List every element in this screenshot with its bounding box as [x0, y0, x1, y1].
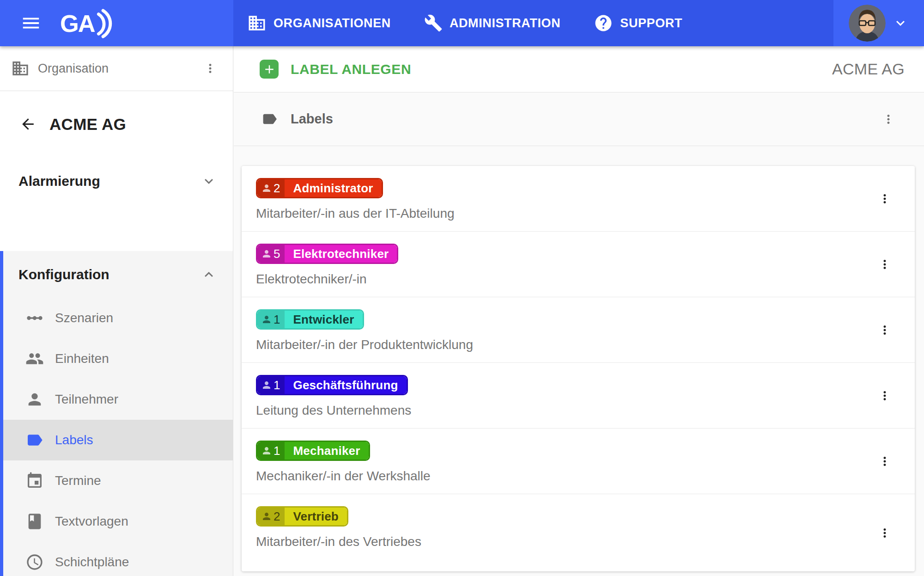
label-row: 1 Entwickler Mitarbeiter/-in der Produkt…	[242, 297, 915, 363]
label-description: Mitarbeiter/-in aus der IT-Abteilung	[256, 206, 855, 221]
label-member-count: 2	[257, 508, 285, 525]
create-label-button[interactable]: LABEL ANLEGEN	[260, 60, 411, 79]
label-member-count: 5	[257, 245, 285, 263]
label-description: Mechaniker/-in der Werkshalle	[256, 469, 855, 484]
plus-icon	[260, 60, 279, 79]
chevron-down-icon	[892, 15, 909, 31]
sidebar-item-termine[interactable]: Termine	[3, 460, 233, 501]
back-button[interactable]	[19, 116, 36, 133]
groupalarm-logo: GA	[59, 8, 118, 38]
arrow-back-icon	[19, 116, 36, 133]
sidebar-kebab-button[interactable]	[203, 61, 217, 75]
account-menu[interactable]	[833, 0, 924, 46]
building-icon	[247, 13, 267, 33]
label-member-count: 2	[257, 179, 285, 197]
person-icon	[261, 314, 272, 325]
person-icon	[261, 445, 272, 456]
nav-organisationen[interactable]: ORGANISATIONEN	[247, 13, 391, 33]
nav-label: SUPPORT	[620, 16, 682, 31]
topbar: GA ORGANISATIONEN ADMINISTRATION	[0, 0, 924, 46]
sidebar-item-label: Textvorlagen	[55, 514, 128, 529]
label-description: Elektrotechniker/-in	[256, 272, 855, 287]
help-icon	[594, 13, 613, 33]
sidebar-group-alarmierung[interactable]: Alarmierung	[0, 157, 233, 205]
label-chip: 2 Vertrieb	[256, 506, 348, 527]
sidebar-item-label: Einheiten	[55, 351, 109, 366]
chevron-down-icon	[201, 173, 217, 190]
template-icon	[25, 512, 44, 531]
label-row-kebab-button[interactable]	[878, 526, 892, 540]
label-row: 2 Administrator Mitarbeiter/-in aus der …	[242, 166, 915, 232]
context-label: Organisation	[38, 61, 195, 76]
sidebar-item-einheiten[interactable]: Einheiten	[3, 338, 233, 379]
topbar-nav: ORGANISATIONEN ADMINISTRATION SUPPORT	[233, 0, 833, 46]
label-icon	[261, 110, 278, 128]
app-window: GA ORGANISATIONEN ADMINISTRATION	[0, 0, 924, 576]
label-name: Mechaniker	[285, 442, 368, 460]
main-content: LABEL ANLEGEN ACME AG Labels	[234, 46, 924, 576]
page-org-title: ACME AG	[832, 60, 905, 78]
label-description: Mitarbeiter/-in der Produktentwicklung	[256, 337, 855, 352]
label-row-kebab-button[interactable]	[878, 323, 892, 337]
sidebar-item-label: Teilnehmer	[55, 392, 118, 407]
label-chip: 5 Elektrotechniker	[256, 244, 398, 264]
topbar-brand-area: GA	[0, 0, 233, 46]
sidebar-item-teilnehmer[interactable]: Teilnehmer	[3, 379, 233, 420]
kebab-icon	[203, 61, 217, 75]
label-chip: 1 Mechaniker	[256, 441, 370, 461]
kebab-icon	[878, 323, 892, 337]
sidebar-item-textvorlagen[interactable]: Textvorlagen	[3, 501, 233, 542]
sidebar-item-szenarien[interactable]: Szenarien	[3, 298, 233, 338]
units-icon	[25, 349, 44, 368]
person-icon	[261, 511, 272, 522]
label-chip: 1 Geschäftsführung	[256, 375, 408, 395]
labels-kebab-button[interactable]	[881, 112, 895, 126]
sidebar-item-schichtpl-ne[interactable]: Schichtpläne	[3, 542, 233, 576]
label-name: Vertrieb	[285, 508, 346, 525]
label-chip: 2 Administrator	[256, 178, 383, 198]
sidebar-item-label: Labels	[55, 433, 93, 447]
hamburger-icon	[20, 12, 42, 34]
org-name: ACME AG	[49, 115, 126, 134]
kebab-icon	[881, 112, 895, 126]
nav-support[interactable]: SUPPORT	[594, 13, 682, 33]
kebab-icon	[878, 526, 892, 540]
kebab-icon	[878, 257, 892, 271]
org-header-row: ACME AG	[0, 91, 233, 157]
person-icon	[261, 380, 272, 391]
sidebar-group-konfiguration[interactable]: Konfiguration	[3, 251, 233, 298]
label-row: 1 Geschäftsführung Leitung des Unternehm…	[242, 363, 915, 429]
label-description: Leitung des Unternehmens	[256, 403, 855, 418]
sidebar-item-label: Schichtpläne	[55, 555, 129, 570]
label-member-count: 1	[257, 311, 285, 328]
person-icon	[261, 183, 272, 194]
label-row-kebab-button[interactable]	[878, 192, 892, 206]
wrench-icon	[424, 14, 443, 32]
kebab-icon	[878, 454, 892, 468]
label-row: 5 Elektrotechniker Elektrotechniker/-in	[242, 232, 915, 297]
nav-administration[interactable]: ADMINISTRATION	[424, 14, 560, 32]
label-row-kebab-button[interactable]	[878, 389, 892, 403]
label-row: 1 Mechaniker Mechaniker/-in der Werkshal…	[242, 429, 915, 494]
scenario-icon	[25, 309, 44, 327]
chevron-up-icon	[201, 266, 217, 283]
label-row-kebab-button[interactable]	[878, 454, 892, 468]
kebab-icon	[878, 389, 892, 403]
label-icon	[25, 431, 44, 449]
sidebar-item-label: Szenarien	[55, 311, 113, 325]
sidebar-item-labels[interactable]: Labels	[3, 420, 233, 460]
labels-section-header: Labels	[234, 92, 924, 146]
label-name: Administrator	[285, 179, 381, 197]
nav-label: ORGANISATIONEN	[274, 16, 391, 31]
kebab-icon	[878, 192, 892, 206]
avatar[interactable]	[849, 5, 886, 42]
menu-button[interactable]	[20, 12, 42, 34]
sidebar-context-row: Organisation	[0, 46, 233, 91]
sidebar-items: Szenarien Einheiten Teilnehmer Labels Te…	[3, 298, 233, 576]
label-member-count: 1	[257, 376, 285, 394]
clock-icon	[25, 553, 44, 571]
label-name: Entwickler	[285, 311, 362, 328]
label-row-kebab-button[interactable]	[878, 257, 892, 271]
online-status-dot	[876, 31, 887, 42]
svg-text:GA: GA	[60, 10, 95, 37]
